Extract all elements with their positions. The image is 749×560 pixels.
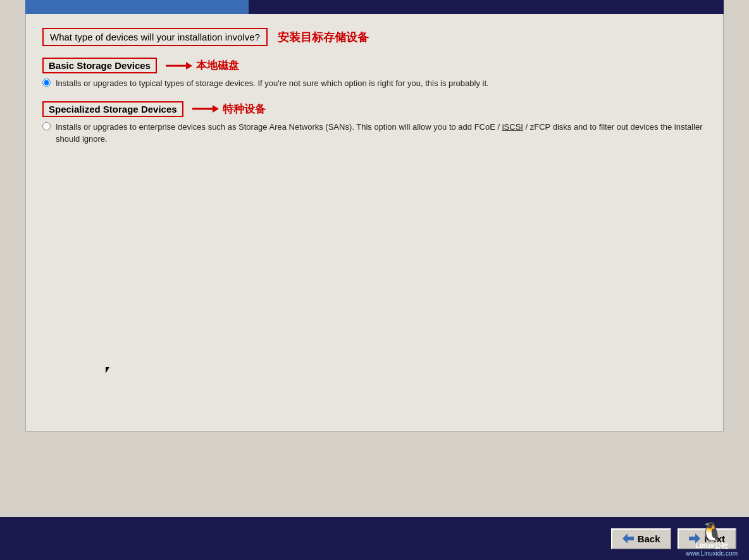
bottom-bar: Back Next 🐧 Linux公社 www.Linuxidc.com (0, 517, 749, 560)
option2-radio[interactable] (42, 122, 51, 130)
svg-marker-4 (622, 533, 634, 544)
progress-fill (25, 0, 249, 14)
arrow1-icon (164, 60, 192, 72)
option2-label: Specialized Storage Devices (42, 101, 183, 117)
top-progress-bar (25, 0, 724, 14)
back-arrow-icon (622, 533, 634, 544)
option2-description: Installs or upgrades to enterprise devic… (56, 121, 707, 146)
site-url: www.Linuxidc.com (686, 550, 738, 557)
annotation-title: 安装目标存储设备 (278, 30, 369, 45)
question-text: What type of devices will your installat… (50, 32, 260, 42)
option1-section: Basic Storage Devices 本地磁盘 Installs or u… (42, 58, 707, 90)
option2-iscsi: iSCSI (502, 122, 523, 132)
svg-marker-3 (213, 105, 219, 113)
option2-desc-part1: Installs or upgrades to enterprise devic… (56, 122, 502, 132)
back-button[interactable]: Back (611, 528, 672, 549)
question-box: What type of devices will your installat… (42, 28, 268, 46)
site-watermark: 🐧 Linux公社 www.Linuxidc.com (686, 523, 738, 557)
option1-header: Basic Storage Devices 本地磁盘 (42, 58, 707, 73)
question-row: What type of devices will your installat… (42, 28, 707, 46)
option2-annotation-row: 特种设备 (191, 102, 266, 116)
option2-section: Specialized Storage Devices 特种设备 Install… (42, 101, 707, 146)
site-name: Linux公社 (695, 542, 727, 550)
option2-radio-row[interactable]: Installs or upgrades to enterprise devic… (42, 121, 707, 146)
option1-label: Basic Storage Devices (42, 58, 157, 73)
back-label: Back (638, 533, 660, 544)
option1-radio[interactable] (42, 78, 51, 87)
option2-header: Specialized Storage Devices 特种设备 (42, 101, 707, 117)
tux-penguin-icon: 🐧 (700, 523, 723, 542)
option1-description: Installs or upgrades to typical types of… (56, 77, 489, 90)
option1-annotation-row: 本地磁盘 (164, 58, 239, 73)
svg-marker-1 (186, 62, 192, 70)
option1-annotation-text: 本地磁盘 (196, 58, 239, 73)
main-content-area: What type of devices will your installat… (25, 14, 724, 432)
arrow2-icon (191, 103, 219, 115)
option1-radio-row[interactable]: Installs or upgrades to typical types of… (42, 77, 707, 90)
option2-annotation-text: 特种设备 (223, 102, 266, 116)
